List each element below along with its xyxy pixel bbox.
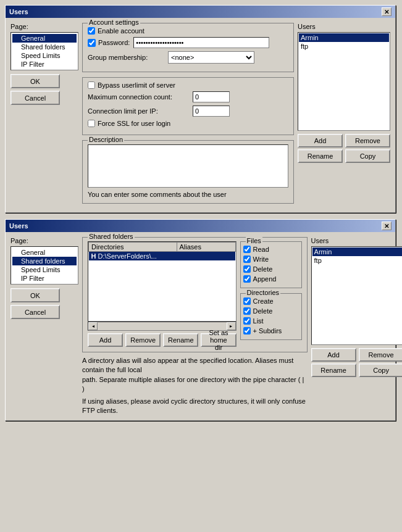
user-item-armin-2[interactable]: Armin xyxy=(312,247,402,256)
group-membership-label: Group membership: xyxy=(88,54,168,61)
create-checkbox[interactable] xyxy=(243,297,251,305)
user-item-armin-1[interactable]: Armin xyxy=(299,33,389,42)
tree-item-general-1[interactable]: General xyxy=(12,34,77,43)
ok-button-1[interactable]: OK xyxy=(10,74,60,88)
enable-account-row: Enable account xyxy=(88,27,288,35)
force-ssl-checkbox[interactable] xyxy=(88,120,95,127)
delete-files-row: Delete xyxy=(243,265,299,273)
bottom-buttons-2: OK Cancel xyxy=(10,288,78,319)
conn-per-ip-label: Connection limit per IP: xyxy=(88,107,193,115)
delete-dirs-row: Delete xyxy=(243,307,299,315)
list-row: List xyxy=(243,317,299,325)
group-membership-row: Group membership: <none> xyxy=(88,51,288,64)
window-body-1: Page: General Shared folders Speed Limit… xyxy=(6,18,395,212)
subdirs-label: + Subdirs xyxy=(253,327,282,335)
password-label: Password: xyxy=(98,39,130,46)
password-checkbox[interactable] xyxy=(88,39,96,47)
write-checkbox[interactable] xyxy=(243,256,251,263)
page-tree-2: General Shared folders Speed Limits IP F… xyxy=(10,246,78,285)
folders-table-inner: Directories Aliases H D:\Se xyxy=(88,242,236,260)
tree-item-shared-1[interactable]: Shared folders xyxy=(12,43,77,51)
delete-dirs-checkbox[interactable] xyxy=(243,307,251,315)
enable-account-checkbox[interactable] xyxy=(88,27,95,35)
title-2: Users xyxy=(9,222,28,230)
description-title: Description xyxy=(88,136,124,143)
description-textarea[interactable] xyxy=(88,144,288,188)
delete-files-checkbox[interactable] xyxy=(243,265,251,273)
close-button-1[interactable]: ✕ xyxy=(382,7,392,16)
append-label: Append xyxy=(253,275,277,283)
tree-item-ipfilter-1[interactable]: IP Filter xyxy=(12,60,77,69)
force-ssl-row: Force SSL for user login xyxy=(88,120,288,127)
user-item-ftp-2[interactable]: ftp xyxy=(312,256,402,265)
remove-user-button-1[interactable]: Remove xyxy=(345,134,390,148)
page-label-2: Page: xyxy=(10,237,78,244)
write-row: Write xyxy=(243,256,299,263)
bypass-checkbox[interactable] xyxy=(88,81,95,89)
window-2: Users ✕ Page: General Shared folders Spe… xyxy=(5,219,396,421)
user-item-ftp-1[interactable]: ftp xyxy=(299,42,389,51)
add-user-button-1[interactable]: Add xyxy=(298,134,343,148)
users-title-1: Users xyxy=(298,23,390,30)
folder-row-indicator-path: H D:\ServerFolders\... xyxy=(89,252,177,261)
limits-group: Bypass userlimit of server Maximum conne… xyxy=(82,77,294,135)
shared-folders-inner: Directories Aliases H D:\Se xyxy=(88,241,302,347)
folder-row-1[interactable]: H D:\ServerFolders\... xyxy=(89,252,236,261)
info-line-2: path. Separate multiple aliases for one … xyxy=(82,375,308,394)
folder-remove-button[interactable]: Remove xyxy=(125,333,161,347)
account-settings-title: Account settings xyxy=(88,19,140,26)
folder-rename-button[interactable]: Rename xyxy=(163,333,198,347)
conn-per-ip-row: Connection limit per IP: xyxy=(88,106,288,117)
copy-user-button-1[interactable]: Copy xyxy=(345,149,390,163)
bypass-label: Bypass userlimit of server xyxy=(98,81,175,89)
users-list-2: Armin ftp xyxy=(311,246,402,345)
list-checkbox[interactable] xyxy=(243,317,251,325)
conn-per-ip-input[interactable] xyxy=(193,106,230,117)
add-user-button-2[interactable]: Add xyxy=(311,348,356,362)
password-row: Password: xyxy=(88,37,288,48)
group-membership-select[interactable]: <none> xyxy=(168,51,254,64)
tree-item-general-2[interactable]: General xyxy=(12,248,77,257)
rename-user-button-1[interactable]: Rename xyxy=(298,149,343,163)
folders-table[interactable]: Directories Aliases H D:\Se xyxy=(88,241,237,322)
files-group-title: Files xyxy=(246,237,262,244)
users-panel-1: Users Armin ftp Add Remove Rename Copy xyxy=(298,23,390,207)
col-aliases: Aliases xyxy=(177,243,235,252)
tree-item-speed-2[interactable]: Speed Limits xyxy=(12,265,77,274)
title-bar-1: Users ✕ xyxy=(6,6,395,18)
force-ssl-label: Force SSL for user login xyxy=(98,120,170,127)
read-row: Read xyxy=(243,246,299,253)
read-checkbox[interactable] xyxy=(243,246,251,253)
close-button-2[interactable]: ✕ xyxy=(382,222,392,230)
col-directories: Directories xyxy=(89,243,177,252)
files-dirs-panel: Files Read Write xyxy=(240,241,302,347)
delete-files-label: Delete xyxy=(253,265,273,273)
ok-button-2[interactable]: OK xyxy=(10,288,60,302)
tree-item-speed-1[interactable]: Speed Limits xyxy=(12,51,77,60)
main-layout-1: Page: General Shared folders Speed Limit… xyxy=(10,23,390,207)
set-home-button[interactable]: Set as home dir xyxy=(201,333,236,347)
tree-item-ipfilter-2[interactable]: IP Filter xyxy=(12,274,77,283)
title-1: Users xyxy=(9,8,28,15)
max-conn-input[interactable] xyxy=(193,91,230,102)
account-settings-group: Account settings Enable account Password… xyxy=(82,23,294,72)
copy-user-button-2[interactable]: Copy xyxy=(359,364,402,377)
tree-item-shared-2[interactable]: Shared folders xyxy=(12,257,77,265)
remove-user-button-2[interactable]: Remove xyxy=(359,348,402,362)
center-panel-1: Account settings Enable account Password… xyxy=(82,23,294,207)
password-field[interactable] xyxy=(133,37,269,48)
append-checkbox[interactable] xyxy=(243,275,251,283)
bottom-buttons-1: OK Cancel xyxy=(10,74,78,105)
title-bar-2: Users ✕ xyxy=(6,220,395,232)
create-label: Create xyxy=(253,297,274,305)
cancel-button-2[interactable]: Cancel xyxy=(10,305,60,319)
page-nav-1: Page: General Shared folders Speed Limit… xyxy=(10,23,78,207)
cancel-button-1[interactable]: Cancel xyxy=(10,91,60,105)
folder-add-button[interactable]: Add xyxy=(88,333,123,347)
rename-user-button-2[interactable]: Rename xyxy=(311,364,356,377)
subdirs-checkbox[interactable] xyxy=(243,327,251,335)
info-text: A directory alias will also appear at th… xyxy=(82,356,308,415)
shared-folders-group: Shared folders Directories Aliases xyxy=(82,237,308,352)
description-hint: You can enter some comments about the us… xyxy=(88,191,288,198)
scroll-left-btn[interactable]: ◂ xyxy=(88,322,98,330)
